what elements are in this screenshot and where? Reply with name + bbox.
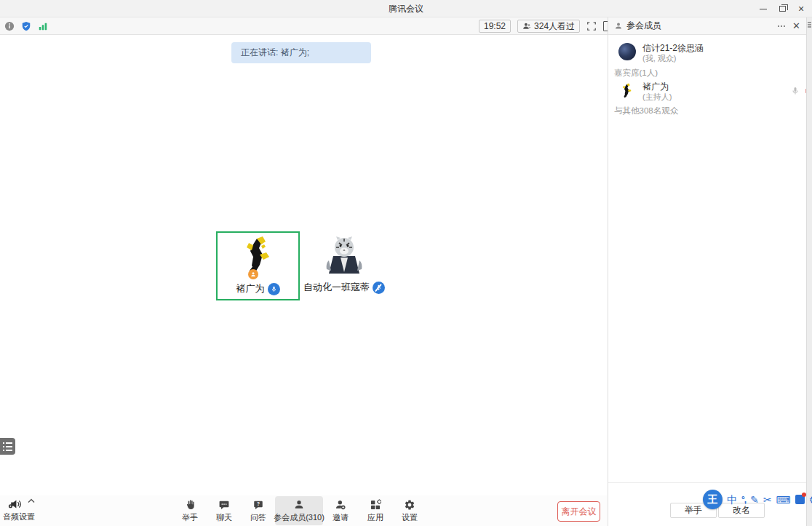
svg-text:?: ? bbox=[257, 501, 260, 506]
avatar bbox=[235, 236, 282, 281]
guest-section-label: 嘉宾席(1人) bbox=[614, 68, 658, 79]
speaking-banner: 正在讲话: 褚广为; bbox=[231, 42, 371, 63]
participant-row-self[interactable]: 信计21-2徐思涵 (我, 观众) bbox=[618, 43, 704, 63]
qa-icon: ? bbox=[252, 499, 264, 511]
bottom-toolbar: 音频设置 举手 聊天 ? 问答 参会成员(310) 邀请 应用 设置 bbox=[0, 495, 607, 526]
ime-handwriting-icon[interactable]: ✎ bbox=[750, 493, 759, 506]
settings-gear-icon bbox=[404, 499, 415, 511]
menu-icon bbox=[808, 22, 811, 23]
chevron-up-icon[interactable] bbox=[28, 498, 35, 503]
restore-icon bbox=[779, 6, 786, 12]
network-quality-icon[interactable] bbox=[38, 21, 48, 31]
meeting-toolbar-right: 19:52 324人看过 bbox=[479, 17, 611, 35]
ime-keyboard-icon[interactable]: ⌨ bbox=[776, 493, 791, 506]
tencent-meeting-window: 腾讯会议 × 19:52 324人看过 bbox=[0, 0, 812, 526]
apps-icon bbox=[370, 499, 381, 511]
participants-panel: 参会成员 ✕ 信计21-2徐思涵 (我, 观众) 嘉宾席(1人) 褚广为 bbox=[608, 17, 806, 526]
toolbar-label: 聊天 bbox=[216, 512, 232, 523]
participant-name: 褚广为 bbox=[236, 282, 265, 295]
invite-icon bbox=[335, 499, 346, 511]
participants-icon bbox=[614, 22, 623, 31]
tile-name-row: 自动化一班寇蒂 bbox=[303, 281, 385, 294]
participant-name: 信计21-2徐思涵 bbox=[642, 43, 704, 53]
main-stage: 正在讲话: 褚广为; 褚广为 bbox=[0, 35, 607, 495]
close-icon: × bbox=[798, 3, 804, 15]
participants-panel-header: 参会成员 ✕ bbox=[608, 17, 806, 35]
avatar bbox=[618, 81, 636, 100]
viewers-icon bbox=[522, 22, 531, 31]
mic-on-icon bbox=[268, 283, 280, 295]
audio-settings-control[interactable]: 音频设置 bbox=[3, 498, 54, 522]
ime-toolbar: 王 中 °, ✎ ✂ ⌨ ⚙ bbox=[703, 490, 812, 509]
mic-icon bbox=[791, 86, 800, 96]
other-viewers-label: 与其他308名观众 bbox=[614, 105, 678, 116]
toolbar-label: 参会成员(310) bbox=[274, 512, 325, 523]
meeting-protect-icon[interactable] bbox=[21, 21, 31, 31]
video-tile-koudi[interactable]: 自动化一班寇蒂 bbox=[303, 231, 385, 300]
participant-role: (我, 观众) bbox=[642, 53, 704, 63]
meeting-time-text: 19:52 bbox=[484, 21, 506, 31]
avatar-image bbox=[235, 236, 282, 278]
docked-window-edge[interactable] bbox=[806, 17, 812, 526]
toolbar-label: 问答 bbox=[250, 512, 266, 523]
ime-toolbox-icon[interactable] bbox=[795, 495, 805, 504]
video-tile-chuguangwei[interactable]: 褚广为 bbox=[216, 231, 300, 300]
more-options-icon[interactable] bbox=[778, 25, 785, 27]
mic-muted-icon bbox=[373, 282, 385, 294]
minimize-icon bbox=[760, 9, 767, 9]
participant-name: 自动化一班寇蒂 bbox=[303, 281, 370, 294]
collapsed-list-handle[interactable] bbox=[0, 438, 15, 455]
toolbar-label: 设置 bbox=[402, 512, 418, 523]
info-icon[interactable] bbox=[4, 21, 15, 31]
toolbar-participants[interactable]: 参会成员(310) bbox=[275, 496, 323, 525]
toolbar-label: 应用 bbox=[367, 512, 383, 523]
close-panel-icon[interactable]: ✕ bbox=[792, 20, 800, 31]
speaker-icon bbox=[7, 498, 22, 510]
avatar bbox=[618, 43, 636, 60]
participant-role: (主持人) bbox=[642, 92, 672, 102]
avatar-image bbox=[323, 234, 365, 276]
meeting-toolbar-left bbox=[4, 17, 48, 35]
avatar bbox=[323, 234, 365, 279]
close-window-button[interactable]: × bbox=[790, 0, 812, 17]
meeting-timer: 19:52 bbox=[479, 20, 511, 33]
panel-title: 参会成员 bbox=[626, 20, 661, 32]
chat-icon bbox=[218, 499, 230, 511]
ime-logo-icon[interactable]: 王 bbox=[703, 490, 723, 509]
raise-hand-icon bbox=[184, 499, 196, 511]
audio-settings-label: 音频设置 bbox=[3, 511, 54, 522]
ime-clip-icon[interactable]: ✂ bbox=[763, 493, 772, 506]
toolbar-settings[interactable]: 设置 bbox=[388, 496, 431, 525]
fullscreen-icon[interactable] bbox=[586, 21, 597, 31]
participant-name: 褚广为 bbox=[642, 81, 672, 92]
viewer-count-badge[interactable]: 324人看过 bbox=[517, 20, 580, 33]
list-icon bbox=[3, 442, 15, 444]
ime-punctuation-icon[interactable]: °, bbox=[741, 493, 746, 506]
participant-row-host[interactable]: 褚广为 (主持人) bbox=[618, 81, 672, 102]
ime-settings-icon[interactable]: ⚙ bbox=[809, 493, 812, 506]
host-badge-icon bbox=[248, 269, 258, 279]
viewer-count-text: 324人看过 bbox=[534, 20, 575, 33]
participants-icon bbox=[293, 499, 305, 511]
ime-language-mode[interactable]: 中 bbox=[727, 493, 737, 506]
window-titlebar: 腾讯会议 × bbox=[0, 0, 812, 17]
toolbar-label: 举手 bbox=[182, 512, 198, 523]
tile-name-row: 褚广为 bbox=[236, 282, 280, 295]
toolbar-label: 邀请 bbox=[333, 512, 349, 523]
leave-meeting-button[interactable]: 离开会议 bbox=[557, 501, 600, 522]
window-title: 腾讯会议 bbox=[0, 3, 812, 15]
